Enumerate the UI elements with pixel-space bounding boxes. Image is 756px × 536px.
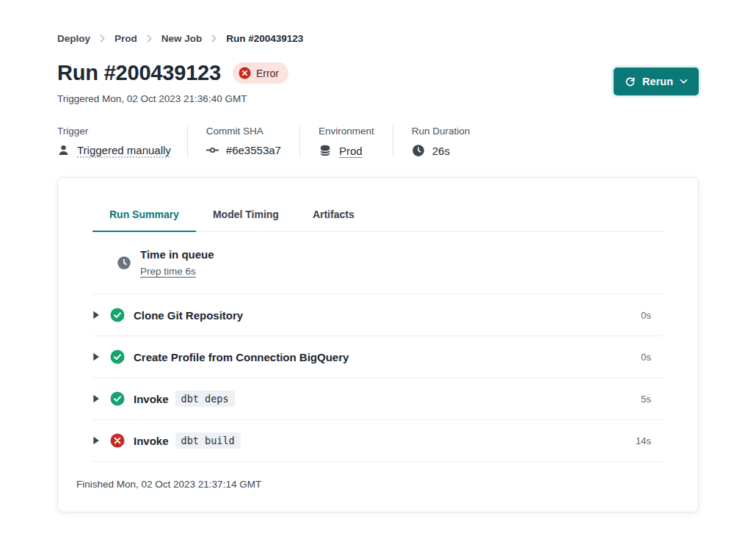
run-metadata: Trigger Triggered manually Commit SHA #6… xyxy=(57,126,699,157)
run-summary-card: Run Summary Model Timing Artifacts Time … xyxy=(57,177,699,513)
step-label: Create Profile from Connection BigQuery xyxy=(134,351,349,363)
chevron-down-icon xyxy=(680,79,688,84)
breadcrumb-new-job[interactable]: New Job xyxy=(161,33,203,44)
rerun-button-label: Rerun xyxy=(642,76,673,87)
step-command: dbt build xyxy=(175,432,241,449)
commit-icon xyxy=(206,144,219,156)
step-duration: 5s xyxy=(641,394,664,405)
meta-environment-label: Environment xyxy=(319,126,374,137)
breadcrumb-prod[interactable]: Prod xyxy=(115,33,137,44)
step-list: Time in queue Prep time 6s Clone Git Rep… xyxy=(92,232,664,462)
tab-run-summary[interactable]: Run Summary xyxy=(92,198,196,232)
run-duration-value: 26s xyxy=(432,145,450,157)
error-circle-icon xyxy=(239,67,251,79)
success-icon xyxy=(110,308,125,322)
breadcrumb-deploy[interactable]: Deploy xyxy=(57,33,90,44)
step-command: dbt deps xyxy=(175,391,235,407)
clock-icon xyxy=(412,144,425,157)
error-icon xyxy=(110,433,125,448)
meta-duration-label: Run Duration xyxy=(412,126,470,137)
rerun-button[interactable]: Rerun xyxy=(614,68,699,95)
step-row-clone-git[interactable]: Clone Git Repository 0s xyxy=(92,294,664,336)
meta-trigger: Trigger Triggered manually xyxy=(57,126,187,157)
chevron-right-icon xyxy=(100,35,105,43)
meta-trigger-label: Trigger xyxy=(57,126,171,137)
caret-right-icon[interactable] xyxy=(92,436,100,445)
trigger-value[interactable]: Triggered manually xyxy=(77,144,171,156)
environment-link[interactable]: Prod xyxy=(339,145,363,157)
queue-clock-icon xyxy=(117,256,131,270)
meta-environment: Environment Prod xyxy=(299,126,393,157)
chevron-right-icon xyxy=(211,35,217,43)
queue-row: Time in queue Prep time 6s xyxy=(92,232,664,294)
status-badge: Error xyxy=(233,62,288,84)
step-label: Clone Git Repository xyxy=(134,309,243,322)
step-row-create-profile[interactable]: Create Profile from Connection BigQuery … xyxy=(92,336,664,378)
user-icon xyxy=(57,144,70,156)
queue-title: Time in queue xyxy=(140,248,214,261)
step-duration: 0s xyxy=(641,352,664,363)
step-duration: 0s xyxy=(641,310,664,321)
prep-time-link[interactable]: Prep time 6s xyxy=(140,266,196,277)
caret-right-icon[interactable] xyxy=(92,311,100,319)
step-row-dbt-deps[interactable]: Invoke dbt deps 5s xyxy=(92,378,664,420)
tab-model-timing[interactable]: Model Timing xyxy=(196,198,296,232)
refresh-icon xyxy=(625,76,636,87)
page-title: Run #200439123 xyxy=(57,61,221,85)
run-detail-page: Deploy Prod New Job Run #200439123 Run #… xyxy=(0,0,756,513)
step-label: Invoke xyxy=(134,393,169,405)
success-icon xyxy=(110,391,125,406)
meta-commit-sha: Commit SHA #6e3553a7 xyxy=(187,126,299,157)
caret-right-icon[interactable] xyxy=(92,394,100,403)
breadcrumb: Deploy Prod New Job Run #200439123 xyxy=(57,33,699,44)
tabs: Run Summary Model Timing Artifacts xyxy=(92,198,664,232)
finished-timestamp: Finished Mon, 02 Oct 2023 21:37:14 GMT xyxy=(75,462,681,490)
run-header: Run #200439123 Error Triggered Mon, 02 O… xyxy=(57,61,699,104)
caret-right-icon[interactable] xyxy=(92,352,100,361)
triggered-timestamp: Triggered Mon, 02 Oct 2023 21:36:40 GMT xyxy=(57,93,288,104)
status-badge-label: Error xyxy=(256,68,279,79)
step-duration: 14s xyxy=(636,435,664,446)
database-icon xyxy=(319,144,332,157)
commit-sha-value: #6e3553a7 xyxy=(226,144,281,156)
chevron-right-icon xyxy=(147,35,152,43)
step-label: Invoke xyxy=(134,435,169,447)
step-row-dbt-build[interactable]: Invoke dbt build 14s xyxy=(92,420,664,462)
tab-artifacts[interactable]: Artifacts xyxy=(296,198,371,232)
success-icon xyxy=(110,350,125,364)
meta-commit-label: Commit SHA xyxy=(206,126,281,137)
breadcrumb-current: Run #200439123 xyxy=(226,33,303,44)
meta-run-duration: Run Duration 26s xyxy=(393,126,489,157)
